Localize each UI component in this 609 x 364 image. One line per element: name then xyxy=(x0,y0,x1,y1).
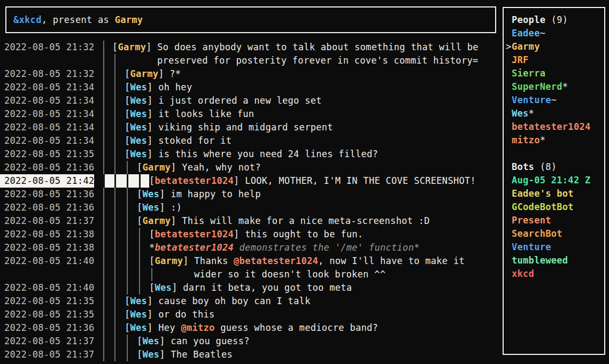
message-row[interactable]: 2022-08-05 21:36[Garmy] Yeah, why not? xyxy=(0,161,500,174)
message-nick[interactable]: Garmy xyxy=(143,162,171,173)
timestamp: 2022-08-05 21:34 xyxy=(0,94,94,107)
message-nick[interactable]: Wes xyxy=(143,336,160,346)
column-divider-line xyxy=(103,134,104,148)
message-nick[interactable]: Wes xyxy=(130,82,148,92)
message-row[interactable]: 2022-08-05 21:32[Garmy] ?* xyxy=(0,67,500,81)
column-divider-line xyxy=(103,81,104,94)
message-row[interactable]: 2022-08-05 21:37[Garmy] This will make f… xyxy=(0,214,500,228)
bot-item[interactable]: xkcd xyxy=(504,267,604,281)
thread-guide-line xyxy=(114,268,115,281)
message-row[interactable]: 2022-08-05 21:38*betatester1024 demonstr… xyxy=(0,241,500,254)
message-nick[interactable]: betatester1024 xyxy=(155,242,234,253)
message-segment: cause boy oh boy can I talk xyxy=(158,296,310,306)
message-nick[interactable]: Wes xyxy=(130,149,148,159)
message-row[interactable]: 2022-08-05 21:40[Garmy] Thanks @betatest… xyxy=(0,254,500,268)
person-item[interactable]: Venture~ xyxy=(504,94,604,107)
message-nick[interactable]: Wes xyxy=(130,95,148,106)
message-nick[interactable]: Wes xyxy=(130,296,148,306)
thread-indent-guides xyxy=(94,348,137,361)
thread-guide-line xyxy=(114,348,115,361)
timestamp: 2022-08-05 21:37 xyxy=(0,214,94,228)
bot-name: Present xyxy=(512,215,551,226)
person-item[interactable]: Sierra xyxy=(504,67,604,80)
nick-bracket-open: [ xyxy=(125,122,130,133)
mention[interactable]: @betatester1024 xyxy=(234,255,318,266)
bot-name: xkcd xyxy=(512,268,534,279)
person-item[interactable]: Wes* xyxy=(504,107,604,120)
message-row[interactable]: 2022-08-05 21:42[betatester1024] LOOK, M… xyxy=(0,174,500,188)
bot-item[interactable]: GCodeBotBot xyxy=(504,200,604,214)
nick-bracket-close: ] xyxy=(158,68,169,79)
status-suffix: * xyxy=(529,108,535,119)
bot-item[interactable]: SearchBot xyxy=(504,227,604,241)
message-row[interactable]: 2022-08-05 21:34[Wes] viking ship and mi… xyxy=(0,121,500,134)
message-segment: this ought to be fun. xyxy=(245,229,363,239)
nick-bracket-close: ] xyxy=(234,175,245,186)
thread-indent-guides xyxy=(94,81,125,94)
message-row[interactable]: 2022-08-05 21:38[betatester1024] this ou… xyxy=(0,228,500,241)
message-row[interactable]: 2022-08-05 21:36[Wes] im happy to help xyxy=(0,188,500,201)
mention[interactable]: @mitzo xyxy=(181,322,214,333)
message-row[interactable]: wider so it doesn't look broken ^^ xyxy=(0,268,500,281)
message-nick[interactable]: Wes xyxy=(143,202,160,213)
self-nick: Garmy xyxy=(115,14,143,25)
message-row[interactable]: 2022-08-05 21:40[Wes] darn it beta, you … xyxy=(0,281,500,295)
bot-item[interactable]: Aug-05 21:42 Z xyxy=(504,174,604,187)
column-divider-line xyxy=(103,174,105,188)
message-row[interactable]: 2022-08-05 21:36[Wes] Hey @mitzo guess w… xyxy=(0,321,500,335)
bot-item[interactable]: Venture xyxy=(504,241,604,254)
message-row[interactable]: 2022-08-05 21:34[Wes] it looks like fun xyxy=(0,107,500,121)
message-row[interactable]: 2022-08-05 21:36[Wes] :) xyxy=(0,201,500,214)
message-nick[interactable]: Wes xyxy=(143,349,160,360)
message-nick[interactable]: Garmy xyxy=(143,215,171,226)
person-item[interactable]: SuperNerd* xyxy=(504,80,604,94)
message-nick[interactable]: Wes xyxy=(130,309,148,320)
timestamp: 2022-08-05 21:32 xyxy=(0,67,94,81)
message-nick[interactable]: Wes xyxy=(155,282,172,293)
message-nick[interactable]: betatester1024 xyxy=(155,229,234,239)
bot-item[interactable]: Present xyxy=(504,214,604,227)
thread-indent-guides xyxy=(94,308,125,321)
message-row[interactable]: 2022-08-05 21:35[Wes] or do this xyxy=(0,308,500,321)
timestamp: 2022-08-05 21:34 xyxy=(0,121,94,134)
message-nick[interactable]: Wes xyxy=(130,122,148,133)
column-divider-line xyxy=(103,214,104,228)
message-row[interactable]: 2022-08-05 21:34[Wes] i just ordered a n… xyxy=(0,94,500,107)
message-nick[interactable]: betatester1024 xyxy=(155,175,234,186)
message-nick[interactable]: Wes xyxy=(130,135,148,146)
message-row[interactable]: 2022-08-05 21:35[Wes] cause boy oh boy c… xyxy=(0,295,500,308)
message-text: [Wes] i just ordered a new lego set xyxy=(125,94,322,107)
thread-guide-line xyxy=(127,241,128,254)
message-nick[interactable]: Garmy xyxy=(130,68,159,79)
message-list[interactable]: 2022-08-05 21:32[Garmy] So does anybody … xyxy=(0,41,500,361)
message-row[interactable]: 2022-08-05 21:37[Wes] can you guess? xyxy=(0,335,500,348)
message-row[interactable]: 2022-08-05 21:34[Wes] stoked for it xyxy=(0,134,500,148)
timestamp: 2022-08-05 21:38 xyxy=(0,241,94,254)
bot-item[interactable]: tumbleweed xyxy=(504,254,604,267)
nick-bracket-open: [ xyxy=(149,229,155,239)
message-nick[interactable]: Wes xyxy=(143,189,160,199)
message-nick[interactable]: Wes xyxy=(130,109,148,119)
nick-bracket-close: ] xyxy=(147,296,158,306)
message-row[interactable]: 2022-08-05 21:35[Wes] is this where you … xyxy=(0,148,500,161)
bot-name: Venture xyxy=(512,242,551,252)
person-item[interactable]: JRF xyxy=(504,53,604,67)
message-nick[interactable]: Garmy xyxy=(118,42,147,52)
message-segment: wider so it doesn't look broken ^^ xyxy=(194,269,386,280)
channel-header: &xkcd, present as Garmy xyxy=(5,6,496,33)
message-row[interactable]: 2022-08-05 21:32[Garmy] So does anybody … xyxy=(0,41,500,54)
message-nick[interactable]: Garmy xyxy=(155,255,183,266)
message-row[interactable]: 2022-08-05 21:37[Wes] The Beatles xyxy=(0,348,500,361)
person-item[interactable]: Eadee~ xyxy=(504,27,604,40)
message-nick[interactable]: Wes xyxy=(130,322,148,333)
message-row[interactable]: 2022-08-05 21:34[Wes] oh hey xyxy=(0,81,500,94)
person-item[interactable]: mitzo* xyxy=(504,134,604,147)
nick-bracket-open: [ xyxy=(149,282,155,293)
bot-item[interactable]: Eadee's bot xyxy=(504,187,604,200)
message-row[interactable]: preserved for posterity forever in cove'… xyxy=(0,54,500,67)
person-item[interactable]: >Garmy xyxy=(504,40,604,53)
message-segment: i just ordered a new lego set xyxy=(158,95,322,106)
column-divider-line xyxy=(103,94,104,107)
nick-bracket-close: ] xyxy=(159,202,171,213)
person-item[interactable]: betatester1024 xyxy=(504,120,604,134)
